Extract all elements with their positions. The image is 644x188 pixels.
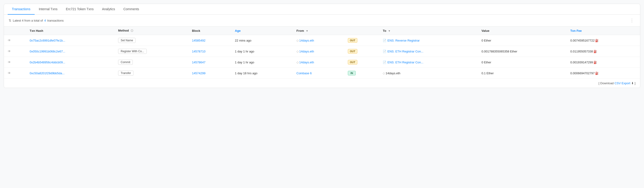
- toolbar-unit: transactions: [48, 19, 64, 22]
- csv-export-link[interactable]: CSV Export: [614, 81, 630, 85]
- table-row: 👁 0x050c19991b068c2e67... Register With …: [4, 46, 640, 57]
- block-link[interactable]: 14585492: [192, 39, 206, 42]
- age-cell: 1 day 18 hrs ago: [231, 68, 293, 79]
- eye-cell: 👁: [4, 46, 26, 57]
- method-cell: Set Name: [114, 35, 188, 46]
- block-cell: 14574299: [188, 68, 231, 79]
- more-options-button[interactable]: ⋮: [628, 17, 636, 23]
- txn-fee-cell: 0.0074595167722⛽: [566, 35, 640, 46]
- from-diamond-icon: ◇: [296, 39, 299, 42]
- direction-badge: OUT: [348, 60, 357, 64]
- th-txn-fee: Txn Fee: [566, 26, 640, 35]
- age-cell: 1 day 1 hr ago: [231, 46, 293, 57]
- age-cell: 1 day 1 hr ago: [231, 57, 293, 68]
- method-cell: Commit: [114, 57, 188, 68]
- method-badge: Commit: [118, 60, 133, 65]
- main-container: Transactions Internal Txns Erc721 Token …: [4, 4, 640, 88]
- from-cell: Coinbase 6: [293, 68, 344, 79]
- th-value: Value: [478, 26, 566, 35]
- direction-badge: IN: [348, 71, 356, 75]
- to-cell: ◇14days.eth: [379, 68, 478, 79]
- direction-cell: OUT: [344, 35, 379, 46]
- toolbar-left: ⇅ Latest 4 from a total of 4 transaction…: [8, 18, 64, 22]
- txn-hash-link[interactable]: 0x050c19991b068c2e67...: [30, 50, 65, 53]
- to-doc-icon: 📄: [383, 61, 386, 64]
- gas-icon: ⛽: [595, 39, 599, 42]
- from-link[interactable]: 14days.eth: [299, 50, 314, 53]
- direction-cell: OUT: [344, 57, 379, 68]
- txn-hash-cell: 0x2b4b548956c4ddcb09...: [26, 57, 114, 68]
- tab-comments[interactable]: Comments: [119, 4, 144, 15]
- direction-cell: OUT: [344, 46, 379, 57]
- to-cell: 📄ENS: ETH Registrar Con...: [379, 46, 478, 57]
- method-badge: Register With Co...: [118, 49, 147, 54]
- th-block: Block: [188, 26, 231, 35]
- footer: [ Download CSV Export ⬇ ]: [4, 78, 640, 88]
- tab-erc721-token-txns[interactable]: Erc721 Token Txns: [62, 4, 98, 15]
- eye-icon[interactable]: 👁: [8, 71, 11, 75]
- eye-icon[interactable]: 👁: [8, 49, 11, 53]
- tab-internal-txns[interactable]: Internal Txns: [35, 4, 62, 15]
- method-info-icon: ⓘ: [131, 29, 133, 32]
- from-filter-icon[interactable]: ▼: [306, 29, 308, 32]
- age-cell: 22 mins ago: [231, 35, 293, 46]
- to-cell: 📄ENS: Reverse Registrar: [379, 35, 478, 46]
- block-cell: 14578647: [188, 57, 231, 68]
- to-diamond-icon: ◇: [383, 71, 385, 75]
- table-row: 👁 0x75ac2c6991dfe07fe1b... Set Name 1458…: [4, 35, 640, 46]
- eye-icon[interactable]: 👁: [8, 60, 11, 64]
- table-row: 👁 0x2b4b548956c4ddcb09... Commit 1457864…: [4, 57, 640, 68]
- table-body: 👁 0x75ac2c6991dfe07fe1b... Set Name 1458…: [4, 35, 640, 79]
- eye-cell: 👁: [4, 57, 26, 68]
- txn-fee-cell: 0.011955057338⛽: [566, 46, 640, 57]
- transactions-table-wrapper: Txn Hash Method ⓘ Block Age From ▼ To ▼: [4, 26, 640, 78]
- from-cell: ◇14days.eth: [293, 46, 344, 57]
- txn-fee-cell: 0.001939147299⛽: [566, 57, 640, 68]
- th-direction: [344, 26, 379, 35]
- txn-hash-link[interactable]: 0xc50a8201f29d9bb5da...: [30, 71, 64, 75]
- to-cell: 📄ENS: ETH Registrar Con...: [379, 57, 478, 68]
- gas-icon: ⛽: [595, 72, 599, 75]
- value-cell: 0.001788355065358 Ether: [478, 46, 566, 57]
- direction-badge: OUT: [348, 38, 357, 43]
- footer-suffix: ⬇ ]: [631, 81, 636, 85]
- to-link[interactable]: ENS: ETH Registrar Con...: [387, 61, 423, 64]
- method-cell: Transfer: [114, 68, 188, 79]
- method-cell: Register With Co...: [114, 46, 188, 57]
- block-link[interactable]: 14574299: [192, 71, 206, 75]
- to-filter-icon[interactable]: ▼: [388, 29, 390, 32]
- block-link[interactable]: 14578710: [192, 50, 206, 53]
- transaction-count-link[interactable]: 4: [44, 19, 46, 22]
- toolbar-description: Latest 4 from a total of: [13, 19, 43, 22]
- tab-bar: Transactions Internal Txns Erc721 Token …: [4, 4, 640, 15]
- th-age: Age: [231, 26, 293, 35]
- eye-cell: 👁: [4, 35, 26, 46]
- value-cell: 0 Ether: [478, 57, 566, 68]
- from-diamond-icon: ◇: [296, 50, 299, 53]
- footer-prefix: [ Download: [599, 81, 614, 85]
- block-link[interactable]: 14578647: [192, 61, 206, 64]
- to-value: 14days.eth: [386, 71, 400, 75]
- to-doc-icon: 📄: [383, 50, 386, 53]
- txn-hash-cell: 0x050c19991b068c2e67...: [26, 46, 114, 57]
- to-doc-icon: 📄: [383, 39, 386, 42]
- from-link[interactable]: 14days.eth: [299, 61, 314, 64]
- table-row: 👁 0xc50a8201f29d9bb5da... Transfer 14574…: [4, 68, 640, 79]
- from-link[interactable]: Coinbase 6: [296, 71, 312, 75]
- tab-analytics[interactable]: Analytics: [98, 4, 119, 15]
- to-link[interactable]: ENS: ETH Registrar Con...: [387, 50, 423, 53]
- eye-icon[interactable]: 👁: [8, 38, 11, 42]
- from-link[interactable]: 14days.eth: [299, 39, 314, 42]
- block-cell: 14585492: [188, 35, 231, 46]
- toolbar: ⇅ Latest 4 from a total of 4 transaction…: [4, 15, 640, 26]
- txn-hash-link[interactable]: 0x75ac2c6991dfe07fe1b...: [30, 39, 65, 42]
- direction-cell: IN: [344, 68, 379, 79]
- direction-badge: OUT: [348, 49, 357, 54]
- txn-hash-link[interactable]: 0x2b4b548956c4ddcb09...: [30, 61, 65, 64]
- to-link[interactable]: ENS: Reverse Registrar: [387, 39, 420, 42]
- table-header-row: Txn Hash Method ⓘ Block Age From ▼ To ▼: [4, 26, 640, 35]
- th-from: From ▼: [293, 26, 344, 35]
- th-to: To ▼: [379, 26, 478, 35]
- method-badge: Transfer: [118, 71, 134, 76]
- tab-transactions[interactable]: Transactions: [8, 4, 35, 15]
